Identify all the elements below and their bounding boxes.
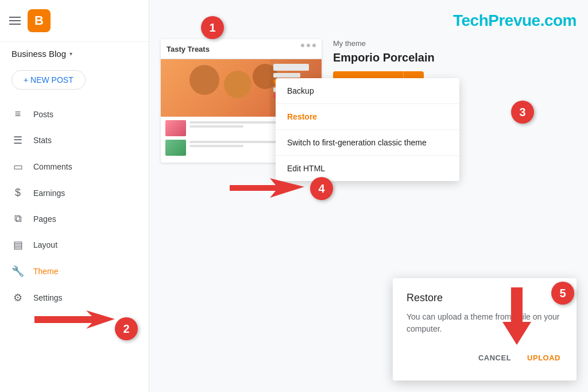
sidebar-item-label: Earnings bbox=[33, 189, 65, 198]
stats-icon: ☰ bbox=[11, 134, 24, 147]
preview-top: Tasty Treats bbox=[161, 39, 322, 59]
dropdown-item-backup[interactable]: Backup bbox=[276, 78, 459, 104]
restore-dialog: Restore You can upload a theme from a fi… bbox=[393, 278, 577, 381]
preview-dot bbox=[312, 44, 316, 47]
sidebar-item-label: Posts bbox=[33, 110, 53, 119]
sidebar-item-earnings[interactable]: $ Earnings bbox=[0, 180, 140, 206]
main-content: TechPrevue.com Tasty Treats bbox=[149, 0, 588, 392]
preview-post-item bbox=[165, 120, 279, 136]
preview-post-lines bbox=[189, 120, 279, 128]
comments-icon: ▭ bbox=[11, 160, 24, 173]
sidebar-item-settings[interactable]: ⚙ Settings bbox=[0, 285, 140, 311]
sidebar-item-label: Stats bbox=[33, 136, 52, 145]
theme-area: Tasty Treats bbox=[161, 39, 577, 163]
sidebar-item-label: Theme bbox=[33, 267, 59, 276]
preview-line bbox=[189, 121, 279, 124]
preview-thumb bbox=[165, 140, 186, 156]
dropdown-item-switch[interactable]: Switch to first-generation classic theme bbox=[276, 130, 459, 156]
dropdown-item-edit-html[interactable]: Edit HTML bbox=[276, 156, 459, 181]
sidebar-item-theme[interactable]: 🔧 Theme bbox=[0, 258, 140, 285]
sidebar-item-pages[interactable]: ⧉ Pages bbox=[0, 206, 140, 232]
blog-dropdown-arrow[interactable]: ▾ bbox=[69, 51, 72, 57]
blog-name-row: Business Blog ▾ bbox=[0, 42, 149, 66]
annotation-2: 2 bbox=[115, 317, 138, 340]
sidebar-item-label: Pages bbox=[33, 214, 56, 224]
my-theme-name: Emporio Porcelain bbox=[333, 51, 577, 64]
preview-post-list bbox=[165, 120, 279, 159]
earnings-icon: $ bbox=[11, 187, 24, 199]
hamburger-icon[interactable] bbox=[9, 17, 21, 25]
posts-icon: ≡ bbox=[11, 108, 24, 120]
restore-dialog-title: Restore bbox=[407, 292, 563, 304]
settings-icon: ⚙ bbox=[11, 291, 24, 304]
sidebar-item-posts[interactable]: ≡ Posts bbox=[0, 101, 140, 127]
pages-icon: ⧉ bbox=[11, 213, 24, 225]
sidebar-item-label: Settings bbox=[33, 293, 63, 302]
sidebar-header: B bbox=[0, 0, 149, 42]
annotation-3: 3 bbox=[511, 101, 534, 124]
sidebar-item-label: Layout bbox=[33, 240, 57, 249]
annotation-1: 1 bbox=[201, 16, 224, 39]
sidebar-item-stats[interactable]: ☰ Stats bbox=[0, 127, 140, 153]
blog-name: Business Blog bbox=[11, 49, 66, 59]
sidebar-item-label: Comments bbox=[33, 162, 72, 171]
annotation-4: 4 bbox=[310, 177, 333, 200]
preview-line bbox=[189, 141, 279, 143]
preview-line bbox=[189, 125, 243, 128]
preview-blog-title: Tasty Treats bbox=[167, 45, 210, 53]
cancel-button[interactable]: CANCEL bbox=[476, 349, 513, 367]
dropdown-menu: Backup Restore Switch to first-generatio… bbox=[276, 78, 459, 181]
new-post-button[interactable]: + NEW POST bbox=[11, 70, 86, 90]
site-title: TechPrevue.com bbox=[453, 11, 577, 30]
sidebar-item-comments[interactable]: ▭ Comments bbox=[0, 153, 140, 180]
preview-thumb bbox=[165, 120, 186, 136]
sidebar-item-layout[interactable]: ▤ Layout bbox=[0, 232, 140, 258]
restore-dialog-body: You can upload a theme from a file on yo… bbox=[407, 311, 563, 335]
my-theme-label: My theme bbox=[333, 39, 577, 48]
preview-line bbox=[189, 145, 243, 147]
preview-post-item bbox=[165, 140, 279, 156]
annotation-5: 5 bbox=[551, 282, 574, 305]
layout-icon: ▤ bbox=[11, 239, 24, 251]
preview-dot bbox=[301, 44, 304, 47]
preview-controls bbox=[301, 44, 316, 47]
nav-items: ≡ Posts ☰ Stats ▭ Comments $ Earnings ⧉ … bbox=[0, 99, 149, 313]
blogger-logo: B bbox=[28, 9, 51, 32]
preview-dot bbox=[307, 44, 310, 47]
upload-button[interactable]: UPLOAD bbox=[525, 349, 563, 367]
preview-post-lines bbox=[189, 140, 279, 147]
dropdown-item-restore[interactable]: Restore bbox=[276, 104, 459, 130]
theme-icon: 🔧 bbox=[11, 265, 24, 278]
restore-dialog-actions: CANCEL UPLOAD bbox=[407, 349, 563, 367]
